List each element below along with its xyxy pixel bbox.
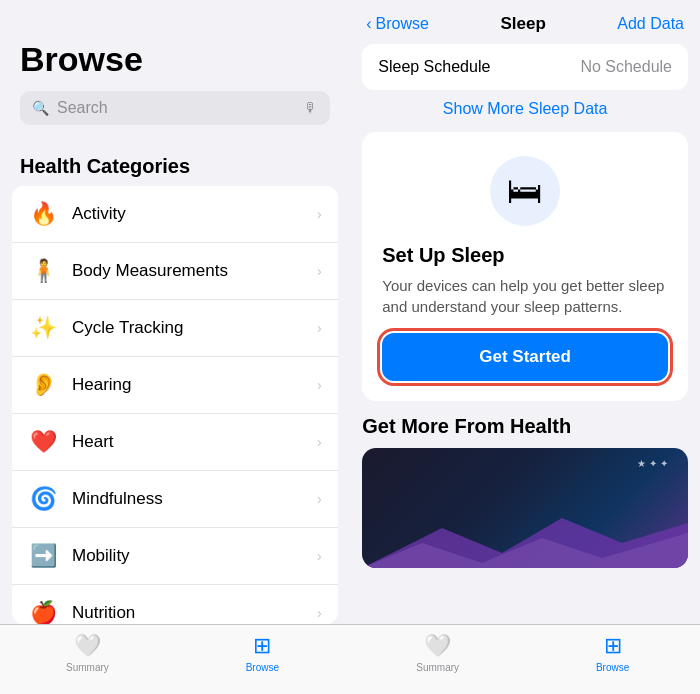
chevron-icon-mindfulness: › [317, 491, 322, 507]
mindfulness-icon: 🌀 [28, 484, 58, 514]
heart-icon: ❤️ [28, 427, 58, 457]
tab-summary-left[interactable]: 🤍 Summary [0, 633, 175, 673]
sleep-schedule-row[interactable]: Sleep Schedule No Schedule [362, 44, 688, 90]
right-header: ‹ Browse Sleep Add Data [350, 0, 700, 44]
category-name-activity: Activity [72, 204, 303, 224]
sleep-schedule-value: No Schedule [580, 58, 672, 76]
browse-tab-icon-right: ⊞ [604, 633, 622, 659]
category-name-cycle: Cycle Tracking [72, 318, 303, 338]
back-button[interactable]: ‹ Browse [366, 15, 429, 33]
promo-stars: ★ ✦ ✦ [637, 458, 668, 469]
tab-browse-left-label: Browse [246, 662, 279, 673]
chevron-icon-heart: › [317, 434, 322, 450]
browse-title: Browse [20, 40, 330, 79]
right-panel: ‹ Browse Sleep Add Data Sleep Schedule N… [350, 0, 700, 694]
left-panel: Browse 🔍 Search 🎙 Health Categories 🔥 Ac… [0, 0, 350, 694]
setup-sleep-description: Your devices can help you get better sle… [382, 275, 668, 317]
get-more-title: Get More From Health [362, 415, 688, 438]
back-chevron-icon: ‹ [366, 15, 371, 33]
chevron-icon-mobility: › [317, 548, 322, 564]
bed-icon: 🛏 [507, 170, 543, 212]
search-bar[interactable]: 🔍 Search 🎙 [20, 91, 330, 125]
mic-icon[interactable]: 🎙 [304, 100, 318, 116]
show-more-sleep-button[interactable]: Show More Sleep Data [362, 100, 688, 118]
bed-icon-container: 🛏 [382, 156, 668, 226]
summary-tab-icon: 🤍 [74, 633, 101, 659]
chevron-icon-hearing: › [317, 377, 322, 393]
left-tabbar: 🤍 Summary ⊞ Browse [0, 624, 350, 694]
browse-tab-icon: ⊞ [253, 633, 271, 659]
search-input-placeholder[interactable]: Search [57, 99, 296, 117]
left-header: Browse 🔍 Search 🎙 [0, 0, 350, 135]
tab-browse-right-label: Browse [596, 662, 629, 673]
category-name-nutrition: Nutrition [72, 603, 303, 623]
page-title: Sleep [500, 14, 545, 34]
chevron-icon-activity: › [317, 206, 322, 222]
nutrition-icon: 🍎 [28, 598, 58, 624]
activity-icon: 🔥 [28, 199, 58, 229]
category-name-body: Body Measurements [72, 261, 303, 281]
cycle-icon: ✨ [28, 313, 58, 343]
categories-list: 🔥 Activity › 🧍 Body Measurements › ✨ Cyc… [12, 186, 338, 624]
get-started-button[interactable]: Get Started [382, 333, 668, 381]
category-name-heart: Heart [72, 432, 303, 452]
category-name-mindfulness: Mindfulness [72, 489, 303, 509]
category-item-nutrition[interactable]: 🍎 Nutrition › [12, 585, 338, 624]
sleep-schedule-label: Sleep Schedule [378, 58, 490, 76]
chevron-icon-body: › [317, 263, 322, 279]
categories-heading: Health Categories [0, 135, 350, 186]
setup-sleep-title: Set Up Sleep [382, 244, 504, 267]
category-item-heart[interactable]: ❤️ Heart › [12, 414, 338, 471]
category-item-hearing[interactable]: 👂 Hearing › [12, 357, 338, 414]
back-label: Browse [376, 15, 429, 33]
tab-summary-right-label: Summary [416, 662, 459, 673]
chevron-icon-cycle: › [317, 320, 322, 336]
right-tabbar: 🤍 Summary ⊞ Browse [350, 624, 700, 694]
category-name-hearing: Hearing [72, 375, 303, 395]
mobility-icon: ➡️ [28, 541, 58, 571]
category-item-mindfulness[interactable]: 🌀 Mindfulness › [12, 471, 338, 528]
right-content: Sleep Schedule No Schedule Show More Sle… [350, 44, 700, 624]
category-name-mobility: Mobility [72, 546, 303, 566]
summary-tab-icon-right: 🤍 [424, 633, 451, 659]
hearing-icon: 👂 [28, 370, 58, 400]
category-item-mobility[interactable]: ➡️ Mobility › [12, 528, 338, 585]
search-icon: 🔍 [32, 100, 49, 116]
tab-browse-right[interactable]: ⊞ Browse [525, 633, 700, 673]
category-item-body[interactable]: 🧍 Body Measurements › [12, 243, 338, 300]
add-data-button[interactable]: Add Data [617, 15, 684, 33]
category-item-cycle[interactable]: ✨ Cycle Tracking › [12, 300, 338, 357]
chevron-icon-nutrition: › [317, 605, 322, 621]
tab-summary-right[interactable]: 🤍 Summary [350, 633, 525, 673]
bed-icon-circle: 🛏 [490, 156, 560, 226]
category-item-activity[interactable]: 🔥 Activity › [12, 186, 338, 243]
setup-sleep-card: 🛏 Set Up Sleep Your devices can help you… [362, 132, 688, 401]
tab-summary-left-label: Summary [66, 662, 109, 673]
promo-image: ★ ✦ ✦ [362, 448, 688, 568]
body-icon: 🧍 [28, 256, 58, 286]
tab-browse-left[interactable]: ⊞ Browse [175, 633, 350, 673]
